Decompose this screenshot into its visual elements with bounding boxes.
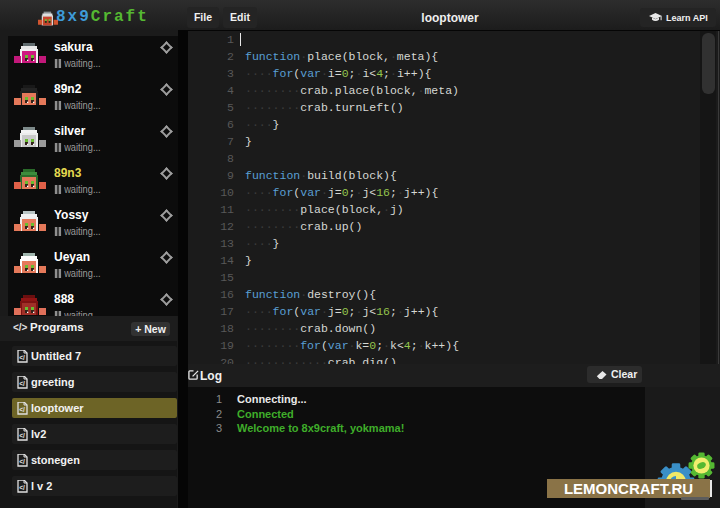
svg-text:</: </ — [19, 484, 25, 491]
svg-text:</: </ — [19, 380, 25, 387]
svg-text:</: </ — [19, 432, 25, 439]
svg-text:</: </ — [19, 406, 25, 413]
svg-text:</: </ — [19, 458, 25, 465]
svg-text:</: </ — [19, 354, 25, 361]
